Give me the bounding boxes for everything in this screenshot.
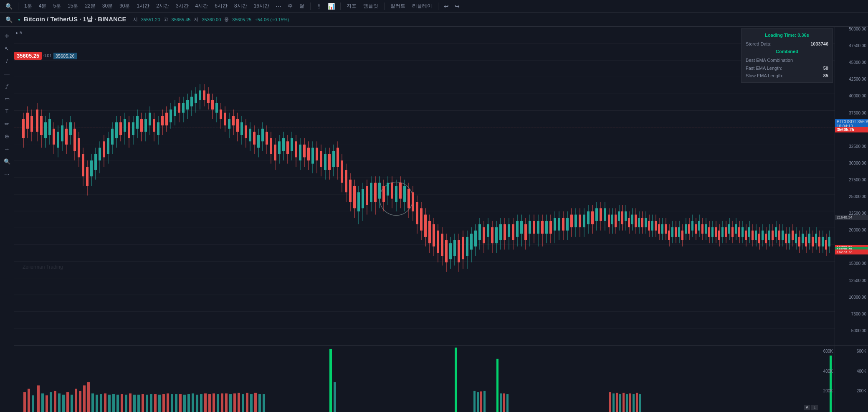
chart-type-icon[interactable]: 🕯 (314, 2, 324, 10)
svg-rect-241 (483, 227, 485, 243)
svg-rect-482 (225, 393, 228, 412)
svg-rect-454 (108, 395, 111, 412)
svg-rect-393 (762, 231, 764, 240)
svg-rect-357 (701, 224, 704, 234)
svg-rect-125 (240, 122, 243, 135)
undo-btn[interactable]: ↩ (442, 2, 451, 10)
svg-rect-253 (508, 224, 510, 237)
brush-tool[interactable]: ✏ (1, 118, 13, 130)
svg-rect-442 (58, 393, 61, 412)
magnet-tool[interactable]: ⊕ (1, 130, 13, 142)
templates-btn[interactable]: 템플릿 (361, 2, 381, 10)
symbol-name[interactable]: Bitcoin / TetherUS · 1날 · BINANCE (24, 15, 127, 23)
timeframe-3h[interactable]: 3시간 (173, 2, 191, 10)
alert-btn[interactable]: 알러트 (388, 2, 408, 10)
vol-a-btn[interactable]: A (804, 405, 811, 410)
svg-rect-67 (119, 122, 122, 135)
redo-btn[interactable]: ↪ (453, 2, 462, 10)
svg-rect-257 (516, 221, 519, 237)
measure-tool[interactable]: ↔ (1, 143, 13, 155)
rectangle-tool[interactable]: ▭ (1, 93, 13, 104)
svg-rect-478 (208, 394, 211, 412)
ohlc-close: 35605.25 (232, 17, 251, 22)
timeframe-4m[interactable]: 4분 (36, 2, 49, 10)
scale-7500: 7500.00 (851, 312, 866, 316)
chart-area: Zeiierman Trading ▸ 5 (14, 27, 835, 412)
svg-rect-321 (641, 218, 643, 227)
timeframe-22m[interactable]: 22분 (82, 2, 98, 10)
scale-20000: 20000.00 (849, 228, 866, 232)
svg-rect-325 (648, 221, 650, 231)
svg-rect-347 (685, 224, 687, 234)
svg-rect-305 (615, 215, 617, 227)
svg-rect-165 (324, 154, 326, 170)
svg-rect-283 (570, 215, 573, 227)
timeframe-8h[interactable]: 8시간 (232, 2, 250, 10)
fibonacci-tool[interactable]: 𝑓 (1, 80, 13, 92)
svg-rect-401 (775, 227, 777, 237)
more-tools[interactable]: ⋯ (1, 168, 13, 180)
scale-10000: 10000.00 (849, 295, 866, 300)
timeframe-2h[interactable]: 2시간 (154, 2, 172, 10)
symbol-dot: ● (18, 17, 20, 22)
svg-rect-417 (802, 234, 804, 243)
indicators-btn[interactable]: 지표 (344, 2, 359, 10)
timeframe-4h[interactable]: 4시간 (193, 2, 211, 10)
svg-rect-261 (524, 224, 527, 240)
vol-scale-200k: 200K (823, 389, 833, 393)
svg-rect-181 (357, 192, 360, 211)
svg-rect-85 (157, 122, 159, 135)
timeframe-16h[interactable]: 16시간 (251, 2, 272, 10)
svg-rect-223 (445, 240, 448, 262)
svg-rect-27 (36, 109, 38, 132)
crosshair-tool[interactable]: ✛ (1, 30, 13, 42)
svg-rect-163 (320, 151, 322, 167)
svg-rect-291 (587, 211, 590, 224)
svg-rect-403 (778, 231, 780, 240)
timeframe-1h[interactable]: 1시간 (134, 2, 152, 10)
timeframe-1m[interactable]: 1분 (22, 2, 35, 10)
replay-btn[interactable]: 리플레이 (410, 2, 435, 10)
timeframe-30m[interactable]: 30분 (100, 2, 115, 10)
scale-32500: 32500.00 (849, 144, 866, 149)
svg-rect-497 (480, 392, 482, 412)
horizontal-line-tool[interactable]: — (1, 68, 13, 79)
svg-rect-501 (503, 393, 505, 412)
svg-rect-381 (741, 227, 744, 237)
svg-rect-311 (625, 211, 627, 221)
svg-rect-513 (830, 356, 832, 412)
svg-rect-510 (633, 394, 635, 412)
svg-rect-39 (61, 125, 63, 141)
svg-rect-105 (199, 90, 201, 100)
svg-rect-63 (111, 129, 114, 145)
ohlc-low-label: 저 (194, 16, 198, 23)
chart-type-btn[interactable]: 📊 (326, 2, 337, 10)
trendline-tool[interactable]: / (1, 55, 13, 67)
period-week[interactable]: 주 (285, 2, 295, 10)
svg-rect-185 (366, 186, 368, 205)
svg-rect-488 (250, 394, 253, 412)
svg-rect-443 (62, 395, 65, 412)
svg-rect-429 (822, 237, 824, 247)
cursor-tool[interactable]: ↖ (1, 43, 13, 54)
vol-l-btn[interactable]: L (811, 405, 818, 410)
period-month[interactable]: 달 (297, 2, 307, 10)
main-chart[interactable]: Zeiierman Trading ▸ 5 (14, 27, 835, 345)
timeframe-6h[interactable]: 6시간 (212, 2, 230, 10)
timeframe-15m[interactable]: 15분 (65, 2, 81, 10)
svg-rect-303 (611, 215, 613, 224)
svg-rect-419 (805, 237, 807, 247)
scale-15000: 15000.00 (849, 261, 866, 266)
text-tool[interactable]: T (1, 105, 13, 117)
zoom-tool[interactable]: 🔍 (1, 155, 13, 167)
svg-rect-503 (609, 392, 611, 412)
timeframe-5m[interactable]: 5분 (51, 2, 63, 10)
search-symbol-icon[interactable]: 🔍 (3, 15, 15, 24)
svg-rect-451 (96, 395, 98, 412)
search-icon[interactable]: 🔍 (3, 2, 15, 10)
svg-rect-281 (566, 218, 569, 230)
svg-rect-309 (621, 211, 623, 224)
expand-icon[interactable]: ⋯ (273, 2, 283, 10)
timeframe-90m[interactable]: 90분 (117, 2, 132, 10)
svg-rect-113 (215, 103, 218, 113)
